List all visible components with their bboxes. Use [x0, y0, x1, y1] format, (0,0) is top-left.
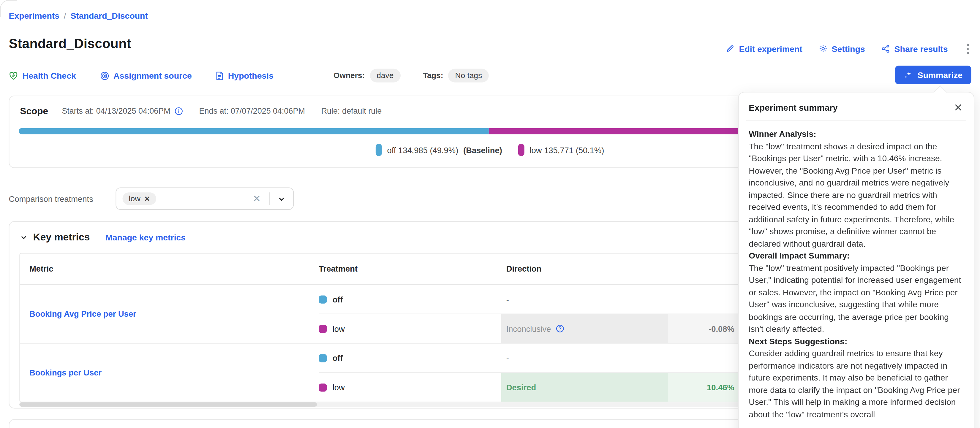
direction-value-cell: -0.08% [668, 314, 742, 343]
comparison-treatments-row: Comparison treatments low ✕ ✕ [9, 187, 294, 210]
gear-icon [818, 44, 827, 53]
owner-pill[interactable]: dave [370, 69, 400, 82]
treatment-swatch-off [319, 354, 327, 362]
summary-panel-title: Experiment summary [749, 102, 838, 113]
direction-cell: - [501, 344, 668, 373]
owners-label: Owners: [334, 71, 365, 80]
scope-ends-at: Ends at: 07/07/2025 04:06PM [199, 106, 305, 116]
legend-swatch-low [519, 144, 525, 156]
treatment-name: low [332, 324, 345, 333]
summarize-label: Summarize [917, 70, 963, 80]
horizontal-scrollbar-thumb[interactable] [19, 402, 317, 407]
legend-text-off: off 134,985 (49.9%) [387, 145, 458, 155]
manage-key-metrics-link[interactable]: Manage key metrics [105, 233, 186, 242]
summarize-button[interactable]: Summarize [895, 66, 971, 84]
chevron-down-icon [20, 234, 27, 241]
heart-check-icon [9, 71, 18, 81]
summary-panel-body: Winner Analysis: The "low" treatment sho… [739, 120, 974, 420]
chevron-down-icon[interactable] [275, 195, 288, 203]
treatment-chip-low[interactable]: low ✕ [123, 192, 156, 205]
legend-text-low: low 135,771 (50.1%) [530, 145, 604, 155]
metric-link-bookings-per-user[interactable]: Bookings per User [29, 368, 102, 377]
select-clear-icon[interactable]: ✕ [249, 193, 265, 204]
treatment-chip-label: low [129, 194, 140, 203]
key-metrics-collapse-toggle[interactable]: Key metrics [20, 232, 90, 243]
hypothesis-link[interactable]: Hypothesis [216, 71, 274, 81]
key-metrics-title: Key metrics [33, 232, 90, 243]
direction-label: Desired [506, 383, 536, 392]
edit-experiment-button[interactable]: Edit experiment [726, 44, 802, 54]
chip-remove-icon[interactable]: ✕ [144, 195, 150, 203]
treatment-swatch-off [319, 295, 327, 303]
help-circle-icon[interactable] [555, 324, 564, 333]
treatment-swatch-low [319, 324, 327, 333]
metric-link-booking-avg-price[interactable]: Booking Avg Price per User [29, 309, 136, 319]
tags-group: Tags: No tags [423, 69, 489, 82]
sparkle-icon [904, 71, 912, 79]
direction-value-cell: 10.46% [668, 373, 742, 402]
close-icon[interactable] [952, 102, 964, 113]
comparison-treatments-select[interactable]: low ✕ ✕ [116, 187, 294, 210]
direction-label: Inconclusive [506, 324, 551, 333]
treatment-name: low [332, 383, 345, 392]
treatment-name: off [332, 353, 343, 363]
legend-baseline-suffix: (Baseline) [463, 145, 502, 155]
direction-cell-desired: Desired [501, 373, 668, 402]
settings-label: Settings [832, 44, 865, 54]
health-check-link[interactable]: Health Check [9, 71, 76, 81]
breadcrumb: Experiments / Standard_Discount [9, 11, 148, 21]
next-steps-heading: Next Steps Suggestions: [749, 335, 964, 347]
overall-impact-text: The "low" treatment positively impacted … [749, 262, 964, 335]
scope-title: Scope [20, 106, 48, 116]
overall-impact-heading: Overall Impact Summary: [749, 250, 964, 262]
assignment-source-link[interactable]: Assignment source [100, 71, 192, 81]
winner-analysis-heading: Winner Analysis: [749, 128, 964, 140]
edit-experiment-label: Edit experiment [739, 44, 802, 54]
more-options-button[interactable] [964, 41, 971, 57]
assignment-source-label: Assignment source [113, 71, 192, 81]
health-check-label: Health Check [22, 71, 76, 81]
treatment-name: off [332, 295, 343, 304]
breadcrumb-experiments-link[interactable]: Experiments [9, 11, 59, 21]
treatment-swatch-low [319, 383, 327, 391]
direction-value-cell [668, 285, 742, 314]
breadcrumb-current-link[interactable]: Standard_Discount [70, 11, 148, 21]
breadcrumb-separator: / [64, 11, 66, 21]
share-icon [881, 44, 890, 53]
comparison-treatments-label: Comparison treatments [9, 194, 116, 203]
tags-label: Tags: [423, 71, 443, 80]
meta-row: Health Check Assignment source Hypothesi… [9, 67, 971, 84]
page-title: Standard_Discount [9, 36, 131, 51]
scope-rule: Rule: default rule [321, 106, 382, 116]
legend-swatch-off [376, 144, 382, 156]
experiment-page: Experiments / Standard_Discount Standard… [0, 0, 980, 428]
select-divider [269, 192, 270, 205]
settings-button[interactable]: Settings [818, 44, 865, 54]
scope-starts-at: Starts at: 04/13/2025 04:06PM [62, 106, 170, 116]
scope-meta: Starts at: 04/13/2025 04:06PM Ends at: 0… [62, 106, 398, 116]
pencil-icon [726, 44, 734, 53]
legend-item-low: low 135,771 (50.1%) [519, 144, 605, 156]
column-header-treatment: Treatment [319, 264, 501, 274]
next-steps-text: Consider adding guardrail metrics to ens… [749, 347, 964, 420]
column-header-metric: Metric [20, 264, 319, 274]
document-icon [216, 71, 224, 81]
owners-group: Owners: dave [334, 69, 400, 82]
info-icon[interactable] [174, 106, 183, 115]
allocation-segment-off [19, 128, 489, 134]
header-actions: Edit experiment Settings Share results [726, 41, 971, 57]
direction-value-cell [668, 344, 742, 373]
direction-cell-inconclusive: Inconclusive [501, 314, 668, 343]
hypothesis-label: Hypothesis [228, 71, 274, 81]
winner-analysis-text: The "low" treatment shows a desired impa… [749, 140, 964, 250]
tags-pill[interactable]: No tags [448, 69, 489, 82]
share-results-button[interactable]: Share results [881, 44, 948, 54]
experiment-summary-panel: Experiment summary Winner Analysis: The … [738, 92, 975, 428]
legend-item-off: off 134,985 (49.9%) (Baseline) [376, 144, 502, 156]
direction-cell: - [501, 285, 668, 314]
share-results-label: Share results [894, 44, 948, 54]
target-icon [100, 71, 109, 81]
